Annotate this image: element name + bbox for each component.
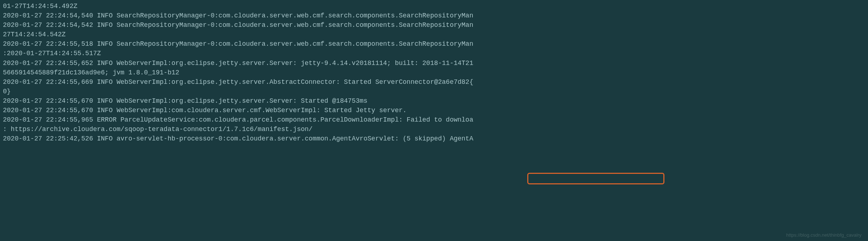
log-line: 2020-01-27 22:24:55,965 ERROR ParcelUpda… [3, 115, 865, 124]
log-line: :2020-01-27T14:24:55.517Z [3, 49, 865, 58]
log-line: 2020-01-27 22:24:55,670 INFO WebServerIm… [3, 106, 865, 115]
log-line: 2020-01-27 22:24:55,669 INFO WebServerIm… [3, 77, 865, 87]
log-line: 0} [3, 87, 865, 96]
log-line: 2020-01-27 22:24:55,670 INFO WebServerIm… [3, 96, 865, 106]
log-line: : https://archive.cloudera.com/sqoop-ter… [3, 124, 865, 134]
log-line: 2020-01-27 22:24:55,518 INFO SearchRepos… [3, 39, 865, 49]
terminal-log-output: 01-27T14:24:54.492Z2020-01-27 22:24:54,5… [3, 1, 865, 143]
log-line: 2020-01-27 22:25:42,526 INFO avro-servle… [3, 134, 865, 143]
highlight-annotation [527, 173, 664, 184]
log-line: 01-27T14:24:54.492Z [3, 1, 865, 11]
log-line: 2020-01-27 22:24:54,542 INFO SearchRepos… [3, 20, 865, 30]
log-line: 2020-01-27 22:24:55,652 INFO WebServerIm… [3, 58, 865, 68]
watermark-text: https://blog.csdn.net/thinbfg_cavalry [786, 232, 861, 239]
log-line: 27T14:24:54.542Z [3, 30, 865, 39]
log-line: 2020-01-27 22:24:54,540 INFO SearchRepos… [3, 11, 865, 20]
log-line: 5665914545889f21dc136ad9e6; jvm 1.8.0_19… [3, 68, 865, 77]
